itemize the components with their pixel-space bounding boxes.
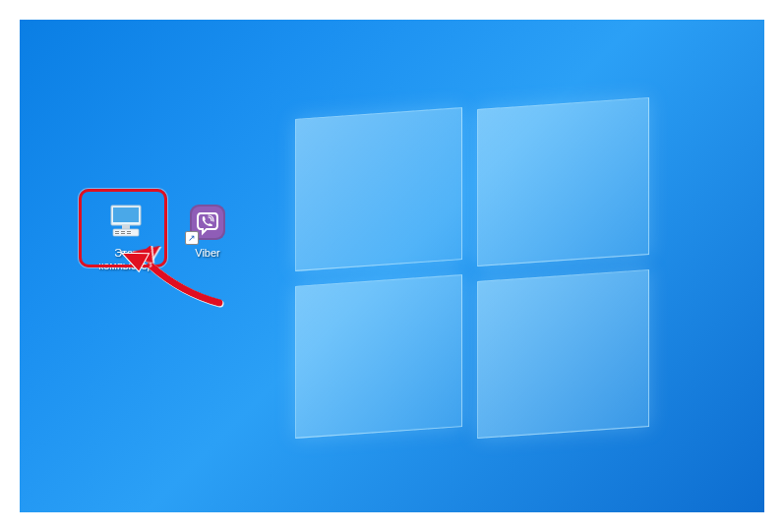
svg-rect-1	[113, 207, 139, 222]
svg-rect-2	[122, 225, 130, 229]
svg-rect-5	[115, 233, 119, 234]
svg-rect-8	[127, 231, 131, 232]
windows-desktop[interactable]: Этот компьютер ↗ Viber	[20, 20, 764, 512]
svg-rect-9	[127, 233, 131, 234]
desktop-icon-label: Viber	[172, 247, 243, 260]
svg-rect-6	[121, 231, 125, 232]
svg-rect-4	[115, 231, 119, 232]
viber-icon: ↗	[187, 202, 228, 243]
this-pc-icon	[105, 202, 147, 243]
svg-rect-3	[113, 229, 139, 236]
desktop-icon-this-pc[interactable]: Этот компьютер	[90, 202, 161, 272]
desktop-icon-label: Этот компьютер	[90, 247, 161, 272]
windows-logo-wallpaper	[295, 98, 659, 433]
desktop-icon-viber[interactable]: ↗ Viber	[172, 202, 243, 260]
svg-rect-7	[121, 233, 125, 234]
shortcut-arrow-badge: ↗	[185, 231, 199, 245]
